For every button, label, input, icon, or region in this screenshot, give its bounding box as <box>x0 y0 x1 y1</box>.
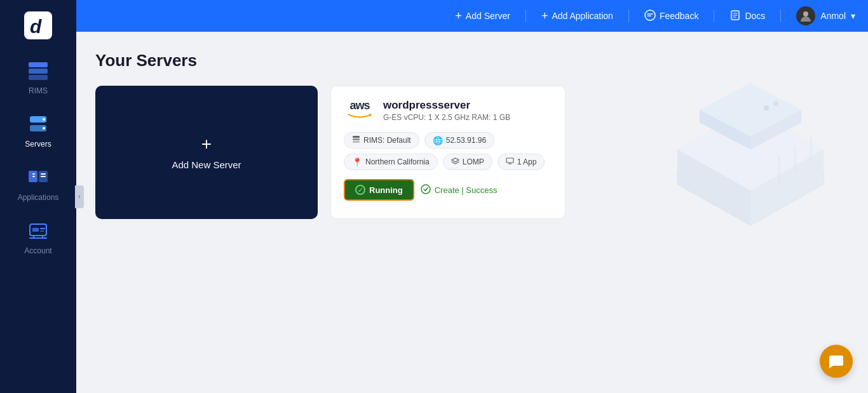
servers-icon <box>27 113 50 136</box>
add-application-label: Add Application <box>552 11 613 21</box>
sidebar-item-label: Servers <box>25 140 51 149</box>
tag-lomp: LOMP <box>443 154 492 170</box>
svg-text:d: d <box>30 16 42 37</box>
server-card-header: aws wordpressserver G-ES vCPU: 1 X 2.5 G… <box>344 99 552 122</box>
tag-ip: 🌐 52.53.91.96 <box>424 132 494 149</box>
add-server-plus-icon: + <box>201 135 212 153</box>
svg-rect-28 <box>353 136 360 138</box>
docs-label: Docs <box>745 11 765 21</box>
svg-rect-16 <box>40 228 45 229</box>
svg-rect-29 <box>353 138 360 140</box>
svg-marker-39 <box>700 110 801 149</box>
tag-lomp-label: LOMP <box>463 157 484 166</box>
sidebar-item-account[interactable]: Account <box>0 211 76 264</box>
feedback-icon <box>644 10 656 23</box>
location-icon: 📍 <box>352 157 362 167</box>
svg-rect-15 <box>32 228 39 232</box>
tag-location: 📍 Northern California <box>344 154 438 170</box>
applications-icon <box>27 166 50 189</box>
page-title: Your Servers <box>95 51 849 70</box>
tag-apps-label: 1 App <box>517 157 537 166</box>
running-button[interactable]: ✓ Running <box>344 179 414 201</box>
top-navigation: + Add Server + Add Application Feedback <box>76 0 868 32</box>
tag-apps: 1 App <box>498 154 545 170</box>
plus-icon: + <box>455 10 462 23</box>
nav-divider <box>780 10 781 22</box>
aws-logo: aws <box>344 99 376 119</box>
success-check-icon <box>421 184 431 196</box>
plus-icon: + <box>541 10 548 23</box>
svg-marker-36 <box>750 149 824 225</box>
svg-rect-17 <box>40 230 44 232</box>
nav-divider <box>714 10 714 22</box>
svg-marker-40 <box>750 110 801 149</box>
chat-bubble-button[interactable] <box>820 345 853 378</box>
sidebar-item-applications[interactable]: Applications <box>0 157 76 211</box>
avatar <box>796 6 815 25</box>
server-info: wordpressserver G-ES vCPU: 1 X 2.5 GHz R… <box>383 99 510 122</box>
create-success-label: Create | Success <box>435 185 498 195</box>
main-area: + Add Server + Add Application Feedback <box>76 0 868 393</box>
svg-marker-42 <box>700 83 801 137</box>
svg-point-21 <box>645 10 655 20</box>
docs-icon <box>729 10 741 23</box>
tag-rims-label: RIMS: Default <box>363 136 411 145</box>
sidebar-item-servers[interactable]: Servers <box>0 104 76 157</box>
server-actions: ✓ Running Create | Success <box>344 179 552 201</box>
svg-rect-31 <box>506 158 513 163</box>
server-specs: G-ES vCPU: 1 X 2.5 GHz RAM: 1 GB <box>383 113 510 122</box>
svg-marker-41 <box>700 110 750 149</box>
server-name: wordpressserver <box>383 99 510 112</box>
globe-icon: 🌐 <box>433 136 443 145</box>
sidebar-collapse-tab[interactable]: ‹ <box>75 185 84 208</box>
svg-rect-11 <box>32 176 35 177</box>
chevron-down-icon: ▾ <box>851 11 855 21</box>
sidebar-logo: d <box>0 0 76 51</box>
add-new-server-card[interactable]: + Add New Server <box>95 86 318 219</box>
svg-point-26 <box>803 11 808 17</box>
svg-rect-12 <box>41 173 46 175</box>
running-label: Running <box>369 185 403 195</box>
add-application-button[interactable]: + Add Application <box>541 10 613 23</box>
svg-rect-3 <box>29 75 48 80</box>
nav-divider <box>526 10 526 22</box>
svg-rect-13 <box>41 176 46 177</box>
monitor-icon <box>506 157 514 167</box>
create-success-button[interactable]: Create | Success <box>421 184 498 196</box>
svg-marker-37 <box>677 149 750 225</box>
tag-rims: RIMS: Default <box>344 132 419 149</box>
tag-location-label: Northern California <box>365 157 430 166</box>
server-card: aws wordpressserver G-ES vCPU: 1 X 2.5 G… <box>330 86 566 219</box>
logo-icon: d <box>24 11 52 39</box>
tag-ip-label: 52.53.91.96 <box>446 136 486 145</box>
svg-point-44 <box>773 101 778 106</box>
svg-point-7 <box>43 127 45 130</box>
sidebar-item-rims[interactable]: RIMS <box>0 51 76 104</box>
svg-point-34 <box>421 185 430 194</box>
svg-rect-30 <box>353 141 360 143</box>
server-tags: RIMS: Default 🌐 52.53.91.96 📍 Northern C… <box>344 132 552 170</box>
svg-point-6 <box>43 118 45 121</box>
rims-icon <box>27 60 50 83</box>
sidebar-item-label: Account <box>24 246 51 255</box>
account-icon <box>27 220 50 243</box>
feedback-label: Feedback <box>660 11 698 21</box>
sidebar-item-label: RIMS <box>29 86 48 95</box>
sidebar-item-label: Applications <box>18 193 59 202</box>
feedback-button[interactable]: Feedback <box>644 10 698 23</box>
add-server-button[interactable]: + Add Server <box>455 10 510 23</box>
add-server-label: Add Server <box>466 11 510 21</box>
running-status-icon: ✓ <box>355 185 365 195</box>
add-server-card-label: Add New Server <box>172 159 241 170</box>
server-illustration <box>639 73 862 263</box>
docs-button[interactable]: Docs <box>729 10 765 23</box>
svg-rect-2 <box>29 69 48 74</box>
svg-rect-10 <box>32 173 35 175</box>
svg-point-43 <box>764 105 769 110</box>
svg-marker-38 <box>677 108 824 190</box>
stack-icon <box>352 135 360 145</box>
sidebar: d RIMS Servers <box>0 0 76 393</box>
svg-rect-1 <box>29 62 48 67</box>
user-menu[interactable]: Anmol ▾ <box>796 6 855 25</box>
user-name: Anmol <box>820 11 846 21</box>
